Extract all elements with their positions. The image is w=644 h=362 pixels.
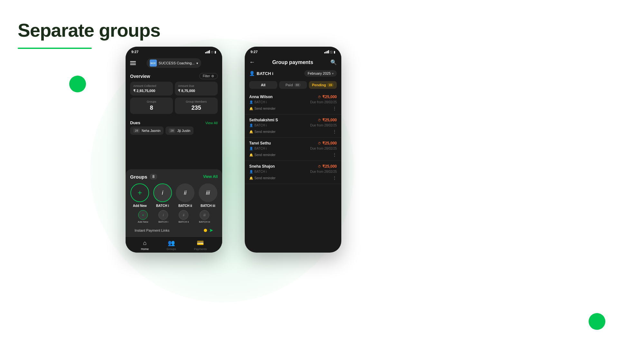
small-nav-batch-ii-circle: ii [179, 210, 188, 220]
overview-header: Overview Filter ⚙ [130, 73, 218, 79]
group-batch-i-item[interactable]: i BATCH i [153, 183, 172, 208]
groups-label: Groups [130, 174, 147, 180]
nav-home-label: Home [141, 247, 149, 251]
batch-info: 👤 BATCH i [249, 71, 273, 76]
title-underline [18, 48, 92, 49]
payment-batch-row-anna: 👤 BATCH i [249, 100, 267, 104]
payment-amount-sethu: ₹25,000 [322, 118, 337, 122]
home-icon: ⌂ [143, 240, 147, 246]
small-nav-batch-ii[interactable]: ii BATCH ii [178, 210, 189, 223]
groups-popup: Groups 8 View All + Add New i BATCH i ii… [126, 169, 222, 253]
wifi-icon: □ [211, 50, 213, 54]
search-icon[interactable]: 🔍 [330, 59, 337, 65]
amount-due-label: Amount Due [178, 84, 214, 88]
group-batch-ii-item[interactable]: ii BATCH ii [176, 183, 194, 208]
groups-grid: + Add New i BATCH i ii BATCH ii iii BATC… [130, 183, 218, 208]
group-batch-iii-label: BATCH iii [201, 204, 215, 208]
brand-pill[interactable]: SCC SUCCESS Coaching... ▾ [147, 58, 202, 68]
nav-tab-payments[interactable]: 💳 Payments [194, 239, 207, 251]
payment-item-tanvi: Tanvi Sethu ⏱ ₹25,000 👤 BATCH i Due from… [245, 138, 341, 161]
groups-title-row: Groups 8 [130, 174, 157, 180]
group-add-item[interactable]: + Add New [130, 183, 149, 208]
send-reminder-btn-anna[interactable]: 🔔 Send reminder [249, 107, 276, 110]
small-nav-batch-i-circle: i [158, 210, 168, 220]
payment-batch-icon-tanvi: 👤 [249, 147, 253, 150]
filter-button[interactable]: Filter ⚙ [199, 73, 218, 79]
payment-batch-sneha: BATCH i [254, 170, 267, 173]
nav-tab-groups[interactable]: 👥 Groups [166, 239, 176, 251]
rphone-header: ← Group payments 🔍 [245, 56, 341, 68]
due-item-2[interactable]: 28 Jiji Justin [166, 126, 194, 135]
send-reminder-btn-tanvi[interactable]: 🔔 Send reminder [249, 153, 276, 157]
groups-count-badge: 8 [150, 174, 157, 180]
page-title: Separate groups [18, 19, 160, 41]
nav-payments-label: Payments [194, 247, 207, 251]
back-arrow-icon[interactable]: ← [249, 59, 255, 66]
payment-list: Anna Wilson ⏱ ₹25,000 👤 BATCH i Due from… [245, 91, 341, 184]
clock-icon-sethu: ⏱ [318, 118, 321, 122]
amount-collected-card: Amount Collected ₹ 2,93,75,000 [130, 82, 173, 96]
payment-batch-anna: BATCH i [254, 100, 267, 104]
overview-title: Overview [130, 74, 150, 79]
payment-dot-yellow [204, 229, 207, 232]
tab-pending[interactable]: Pending 15 [309, 81, 337, 89]
bell-icon-tanvi: 🔔 [249, 153, 253, 157]
month-selector[interactable]: February 2025 ▾ [304, 70, 337, 77]
nav-tab-home[interactable]: ⌂ Home [141, 240, 149, 251]
members-card: Group Members 235 [175, 97, 218, 114]
small-nav-batch-iii[interactable]: iii BATCH iii [199, 210, 210, 223]
small-nav-batch-i[interactable]: i BATCH i [158, 210, 168, 223]
signal-icon [205, 50, 210, 53]
green-dot-right [589, 313, 605, 330]
payment-batch-icon-anna: 👤 [249, 100, 253, 104]
more-icon-tanvi[interactable]: ⋮ [332, 152, 337, 157]
members-value: 235 [178, 105, 214, 111]
bell-icon-sneha: 🔔 [249, 176, 253, 180]
more-icon-sethu[interactable]: ⋮ [332, 129, 337, 134]
payment-batch-sethu: BATCH i [254, 124, 267, 127]
more-icon-sneha[interactable]: ⋮ [332, 175, 337, 181]
status-icons-right: ⍂ ▮ [324, 50, 336, 54]
payment-item-sethu: Sethulakshmi S ⏱ ₹25,000 👤 BATCH i Due f… [245, 115, 341, 138]
tab-paid[interactable]: Paid 88 [279, 81, 307, 89]
view-all-groups[interactable]: View All [203, 174, 218, 179]
small-nav-add-circle: + [138, 210, 148, 220]
amount-collected-value: ₹ 2,93,75,000 [133, 89, 170, 93]
dues-row: 28 Neha Jasmin 28 Jiji Justin [126, 126, 222, 137]
payment-links-row: Instant Payment Links ➤ [130, 226, 218, 235]
month-text: February 2025 [308, 71, 331, 75]
group-batch-ii-label: BATCH ii [178, 204, 192, 208]
payment-actions-sneha: 🔔 Send reminder ⋮ [249, 175, 337, 181]
group-batch-i-label: BATCH i [156, 204, 169, 208]
payment-due-sethu: Due from 28/02/25 [310, 124, 337, 127]
small-nav-batch-ii-label: BATCH ii [178, 220, 189, 223]
phone-header-left: SCC SUCCESS Coaching... ▾ [126, 56, 222, 70]
clock-icon-tanvi: ⏱ [318, 142, 321, 145]
reminder-text-anna: Send reminder [254, 107, 276, 110]
tab-all[interactable]: All [249, 81, 277, 89]
payment-amount-row-sethu: ⏱ ₹25,000 [318, 118, 337, 122]
small-nav-batch-i-label: BATCH i [158, 220, 168, 223]
view-all-dues[interactable]: View All [205, 121, 218, 125]
group-batch-iii-item[interactable]: iii BATCH iii [199, 183, 217, 208]
group-batch-i-circle: i [153, 183, 172, 202]
payment-links-text: Instant Payment Links [135, 228, 169, 232]
brand-avatar: SCC [150, 60, 157, 67]
send-reminder-btn-sethu[interactable]: 🔔 Send reminder [249, 130, 276, 134]
payment-item-bottom-sethu: 👤 BATCH i Due from 28/02/25 [249, 124, 337, 127]
send-reminder-btn-sneha[interactable]: 🔔 Send reminder [249, 176, 276, 180]
payment-batch-icon-sneha: 👤 [249, 170, 253, 173]
small-nav-add[interactable]: + Add New [138, 210, 148, 223]
pending-badge: 15 [327, 83, 334, 87]
menu-icon[interactable] [130, 61, 136, 65]
more-icon-anna[interactable]: ⋮ [332, 106, 337, 111]
payment-batch-row-sneha: 👤 BATCH i [249, 170, 267, 173]
bell-icon-anna: 🔔 [249, 107, 253, 110]
due-item-1[interactable]: 28 Neha Jasmin [130, 126, 164, 135]
phone-right: 9:27 ⍂ ▮ ← Group payments 🔍 👤 BATCH i Fe… [245, 47, 341, 253]
paid-badge: 88 [294, 83, 301, 87]
payment-amount-row-tanvi: ⏱ ₹25,000 [318, 141, 337, 145]
groups-popup-header: Groups 8 View All [130, 174, 218, 180]
payment-item-bottom-tanvi: 👤 BATCH i Due from 28/02/25 [249, 147, 337, 150]
batch-name: BATCH i [257, 71, 273, 76]
